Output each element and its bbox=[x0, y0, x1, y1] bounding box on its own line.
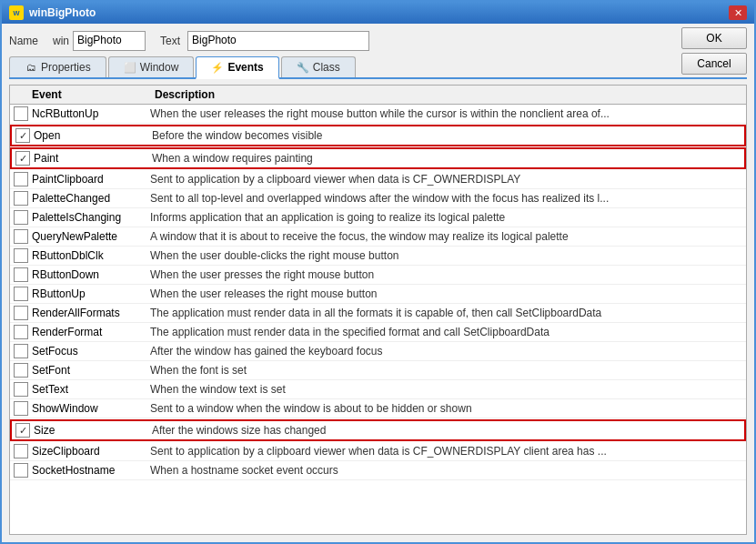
tab-properties[interactable]: 🗂 Properties bbox=[9, 56, 106, 77]
row-description: The application must render data in the … bbox=[150, 326, 742, 338]
row-checkbox[interactable]: ✓ bbox=[15, 128, 30, 143]
row-description: Sent to application by a clipboard viewe… bbox=[150, 445, 742, 458]
col-desc-header: Description bbox=[155, 88, 742, 101]
tab-window-label: Window bbox=[140, 61, 179, 74]
table-row[interactable]: RenderFormatThe application must render … bbox=[10, 323, 746, 342]
row-event-name: RenderAllFormats bbox=[32, 307, 150, 319]
row-checkbox[interactable] bbox=[14, 287, 28, 301]
row-event-name: SetText bbox=[32, 383, 150, 396]
row-description: Sent to application by a clipboard viewe… bbox=[150, 173, 742, 186]
tab-events-label: Events bbox=[227, 61, 263, 74]
close-button[interactable]: ✕ bbox=[729, 5, 747, 20]
row-event-name: Size bbox=[34, 424, 152, 437]
row-description: Sent to a window when the window is abou… bbox=[150, 402, 742, 415]
row-checkbox[interactable] bbox=[14, 267, 28, 282]
table-row[interactable]: SetTextWhen the window text is set bbox=[10, 380, 746, 399]
row-event-name: SetFont bbox=[32, 364, 150, 377]
table-row[interactable]: ✓SizeAfter the windows size has changed bbox=[10, 419, 746, 441]
row-checkbox[interactable]: ✓ bbox=[15, 151, 30, 166]
tab-properties-label: Properties bbox=[41, 61, 91, 74]
row-checkbox[interactable] bbox=[14, 344, 28, 358]
text-value[interactable]: BigPhoto bbox=[187, 31, 369, 51]
row-event-name: Paint bbox=[34, 152, 152, 165]
name-value[interactable]: BigPhoto bbox=[73, 31, 146, 51]
table-row[interactable]: ✓OpenBefore the window becomes visible bbox=[10, 125, 746, 146]
table-row[interactable]: PaletteIsChangingInforms application tha… bbox=[10, 208, 746, 227]
row-checkbox[interactable] bbox=[14, 306, 28, 320]
row-event-name: RButtonDblClk bbox=[32, 249, 150, 262]
row-description: When the font is set bbox=[150, 364, 742, 377]
name-row: Name win BigPhoto Text BigPhoto OK Cance… bbox=[9, 31, 747, 51]
row-event-name: Open bbox=[34, 129, 152, 142]
row-description: A window that it is about to receive the… bbox=[150, 230, 742, 243]
row-checkbox[interactable] bbox=[14, 325, 28, 339]
row-event-name: NcRButtonUp bbox=[32, 107, 150, 120]
row-checkbox[interactable] bbox=[14, 401, 28, 416]
row-description: The application must render data in all … bbox=[150, 307, 742, 319]
content-area: Name win BigPhoto Text BigPhoto OK Cance… bbox=[2, 24, 754, 542]
row-description: When the window text is set bbox=[150, 383, 742, 396]
row-checkbox[interactable] bbox=[14, 444, 28, 458]
row-event-name: ShowWindow bbox=[32, 402, 150, 415]
row-event-name: PaletteIsChanging bbox=[32, 211, 150, 224]
table-row[interactable]: SetFocusAfter the window has gained the … bbox=[10, 342, 746, 361]
row-description: When the user presses the right mouse bu… bbox=[150, 268, 742, 281]
row-description: When the user releases the right mouse b… bbox=[150, 287, 742, 300]
tab-events[interactable]: ⚡ Events bbox=[196, 56, 278, 79]
row-description: After the windows size has changed bbox=[152, 424, 741, 437]
row-checkbox[interactable] bbox=[14, 106, 28, 121]
tab-window[interactable]: ⬜ Window bbox=[108, 56, 195, 77]
row-checkbox[interactable] bbox=[14, 172, 28, 186]
table-row[interactable]: SocketHostnameWhen a hostname socket eve… bbox=[10, 461, 746, 480]
row-event-name: SocketHostname bbox=[32, 464, 150, 477]
row-checkbox[interactable] bbox=[14, 463, 28, 478]
tabs-row: 🗂 Properties ⬜ Window ⚡ Events 🔧 Class bbox=[9, 56, 747, 79]
row-description: Sent to all top-level and overlapped win… bbox=[150, 192, 742, 205]
row-checkbox[interactable]: ✓ bbox=[15, 423, 30, 438]
row-description: Before the window becomes visible bbox=[152, 129, 741, 142]
table-row[interactable]: RenderAllFormatsThe application must ren… bbox=[10, 304, 746, 323]
name-prefix: win bbox=[53, 35, 69, 47]
row-description: When a hostname socket event occurs bbox=[150, 464, 742, 477]
title-bar: w winBigPhoto ✕ bbox=[2, 2, 754, 24]
row-event-name: RenderFormat bbox=[32, 326, 150, 338]
table-row[interactable]: ShowWindowSent to a window when the wind… bbox=[10, 399, 746, 418]
table-row[interactable]: QueryNewPaletteA window that it is about… bbox=[10, 227, 746, 247]
col-event-header: Event bbox=[14, 88, 155, 101]
row-checkbox[interactable] bbox=[14, 248, 28, 263]
tab-class-label: Class bbox=[313, 61, 340, 74]
name-field: win BigPhoto bbox=[53, 31, 146, 51]
table-row[interactable]: RButtonDblClkWhen the user double-clicks… bbox=[10, 247, 746, 266]
row-event-name: RButtonUp bbox=[32, 287, 150, 300]
table-row[interactable]: SetFontWhen the font is set bbox=[10, 361, 746, 380]
row-description: Informs application that an application … bbox=[150, 211, 742, 224]
row-event-name: QueryNewPalette bbox=[32, 230, 150, 243]
table-row[interactable]: PaletteChangedSent to all top-level and … bbox=[10, 189, 746, 208]
row-description: After the window has gained the keyboard… bbox=[150, 345, 742, 358]
table-row[interactable]: RButtonDownWhen the user presses the rig… bbox=[10, 266, 746, 285]
cancel-button[interactable]: Cancel bbox=[681, 53, 747, 75]
table-row[interactable]: RButtonUpWhen the user releases the righ… bbox=[10, 285, 746, 304]
ok-button[interactable]: OK bbox=[681, 27, 747, 49]
table-row[interactable]: ✓PaintWhen a window requires painting bbox=[10, 147, 746, 169]
row-event-name: RButtonDown bbox=[32, 268, 150, 281]
table-row[interactable]: NcRButtonUpWhen the user releases the ri… bbox=[10, 105, 746, 124]
row-description: When the user double-clicks the right mo… bbox=[150, 249, 742, 262]
table-header: Event Description bbox=[10, 86, 746, 105]
row-checkbox[interactable] bbox=[14, 382, 28, 397]
tab-class[interactable]: 🔧 Class bbox=[281, 56, 356, 77]
row-event-name: PaintClipboard bbox=[32, 173, 150, 186]
table-body[interactable]: NcRButtonUpWhen the user releases the ri… bbox=[10, 105, 746, 534]
row-event-name: SetFocus bbox=[32, 345, 150, 358]
name-label: Name bbox=[9, 35, 45, 47]
properties-icon: 🗂 bbox=[25, 61, 37, 74]
table-row[interactable]: PaintClipboardSent to application by a c… bbox=[10, 170, 746, 189]
action-buttons: OK Cancel bbox=[681, 27, 747, 75]
table-row[interactable]: SizeClipboardSent to application by a cl… bbox=[10, 442, 746, 461]
row-checkbox[interactable] bbox=[14, 229, 28, 244]
row-description: When a window requires painting bbox=[152, 152, 741, 165]
row-checkbox[interactable] bbox=[14, 191, 28, 206]
row-checkbox[interactable] bbox=[14, 210, 28, 225]
row-checkbox[interactable] bbox=[14, 363, 28, 378]
row-description: When the user releases the right mouse b… bbox=[150, 107, 742, 120]
